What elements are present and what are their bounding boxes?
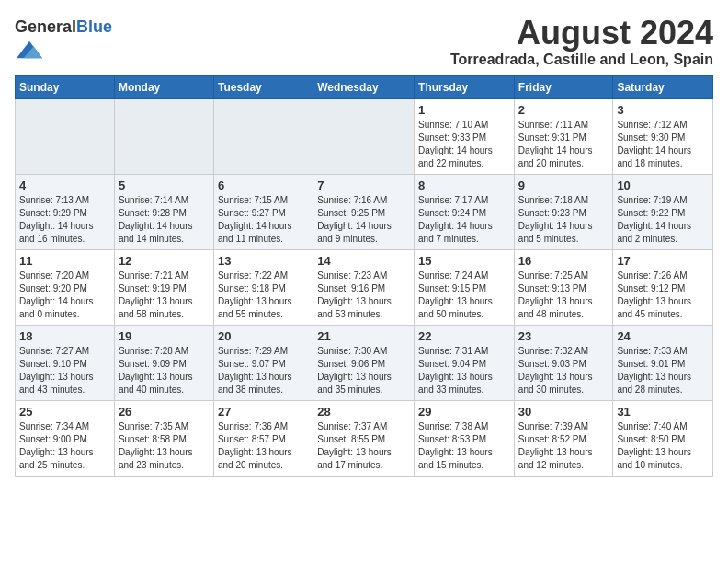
day-number: 16 <box>518 254 609 268</box>
day-of-week-header: Saturday <box>613 75 713 98</box>
day-number: 10 <box>617 178 709 192</box>
calendar-cell: 4Sunrise: 7:13 AMSunset: 9:29 PMDaylight… <box>16 174 115 249</box>
day-number: 6 <box>218 178 309 192</box>
day-info: Sunrise: 7:23 AMSunset: 9:16 PMDaylight:… <box>317 270 410 321</box>
day-info: Sunrise: 7:29 AMSunset: 9:07 PMDaylight:… <box>218 345 309 396</box>
calendar-cell: 16Sunrise: 7:25 AMSunset: 9:13 PMDayligh… <box>514 249 613 325</box>
calendar-cell: 29Sunrise: 7:38 AMSunset: 8:53 PMDayligh… <box>415 400 515 476</box>
day-number: 15 <box>418 254 510 268</box>
calendar-cell: 28Sunrise: 7:37 AMSunset: 8:55 PMDayligh… <box>313 400 415 476</box>
calendar-week-row: 11Sunrise: 7:20 AMSunset: 9:20 PMDayligh… <box>16 249 713 325</box>
day-number: 8 <box>418 178 510 192</box>
calendar-table: SundayMondayTuesdayWednesdayThursdayFrid… <box>15 75 713 477</box>
calendar-cell: 31Sunrise: 7:40 AMSunset: 8:50 PMDayligh… <box>613 400 713 476</box>
days-of-week-row: SundayMondayTuesdayWednesdayThursdayFrid… <box>16 75 713 98</box>
day-info: Sunrise: 7:33 AMSunset: 9:01 PMDaylight:… <box>617 345 709 396</box>
day-info: Sunrise: 7:26 AMSunset: 9:12 PMDaylight:… <box>617 270 709 321</box>
calendar-cell: 23Sunrise: 7:32 AMSunset: 9:03 PMDayligh… <box>514 325 613 400</box>
day-info: Sunrise: 7:31 AMSunset: 9:04 PMDaylight:… <box>418 345 510 396</box>
day-info: Sunrise: 7:10 AMSunset: 9:33 PMDaylight:… <box>418 119 510 170</box>
page-header: GeneralBlue August 2024 Torreadrada, Cas… <box>15 15 713 68</box>
day-info: Sunrise: 7:40 AMSunset: 8:50 PMDaylight:… <box>617 420 709 472</box>
day-number: 13 <box>218 254 309 268</box>
day-of-week-header: Sunday <box>16 75 115 98</box>
calendar-cell <box>313 98 415 174</box>
title-block: August 2024 Torreadrada, Castille and Le… <box>450 15 713 68</box>
day-info: Sunrise: 7:37 AMSunset: 8:55 PMDaylight:… <box>317 420 410 472</box>
day-info: Sunrise: 7:22 AMSunset: 9:18 PMDaylight:… <box>218 270 309 321</box>
day-info: Sunrise: 7:35 AMSunset: 8:58 PMDaylight:… <box>119 420 210 472</box>
calendar-week-row: 18Sunrise: 7:27 AMSunset: 9:10 PMDayligh… <box>16 325 713 400</box>
day-info: Sunrise: 7:34 AMSunset: 9:00 PMDaylight:… <box>19 420 110 472</box>
calendar-cell: 30Sunrise: 7:39 AMSunset: 8:52 PMDayligh… <box>514 400 613 476</box>
day-of-week-header: Thursday <box>415 75 515 98</box>
calendar-week-row: 1Sunrise: 7:10 AMSunset: 9:33 PMDaylight… <box>16 98 713 174</box>
day-number: 12 <box>119 254 210 268</box>
day-number: 23 <box>518 329 609 343</box>
month-year-title: August 2024 <box>450 15 713 52</box>
day-number: 1 <box>418 103 510 117</box>
calendar-cell: 5Sunrise: 7:14 AMSunset: 9:28 PMDaylight… <box>114 174 213 249</box>
calendar-cell: 18Sunrise: 7:27 AMSunset: 9:10 PMDayligh… <box>16 325 115 400</box>
day-number: 22 <box>418 329 510 343</box>
calendar-cell: 6Sunrise: 7:15 AMSunset: 9:27 PMDaylight… <box>213 174 313 249</box>
calendar-cell: 22Sunrise: 7:31 AMSunset: 9:04 PMDayligh… <box>415 325 515 400</box>
day-number: 3 <box>617 103 709 117</box>
day-info: Sunrise: 7:27 AMSunset: 9:10 PMDaylight:… <box>19 345 110 396</box>
day-number: 25 <box>19 405 110 419</box>
day-number: 18 <box>19 329 110 343</box>
day-number: 21 <box>317 329 410 343</box>
day-info: Sunrise: 7:39 AMSunset: 8:52 PMDaylight:… <box>518 420 609 472</box>
day-info: Sunrise: 7:25 AMSunset: 9:13 PMDaylight:… <box>518 270 609 321</box>
day-number: 27 <box>218 405 309 419</box>
calendar-cell: 1Sunrise: 7:10 AMSunset: 9:33 PMDaylight… <box>415 98 515 174</box>
calendar-cell: 9Sunrise: 7:18 AMSunset: 9:23 PMDaylight… <box>514 174 613 249</box>
day-number: 28 <box>317 405 410 419</box>
calendar-cell: 26Sunrise: 7:35 AMSunset: 8:58 PMDayligh… <box>114 400 213 476</box>
day-info: Sunrise: 7:30 AMSunset: 9:06 PMDaylight:… <box>317 345 410 396</box>
calendar-cell: 12Sunrise: 7:21 AMSunset: 9:19 PMDayligh… <box>114 249 213 325</box>
day-info: Sunrise: 7:18 AMSunset: 9:23 PMDaylight:… <box>518 194 609 246</box>
calendar-cell: 24Sunrise: 7:33 AMSunset: 9:01 PMDayligh… <box>613 325 713 400</box>
location-title: Torreadrada, Castille and Leon, Spain <box>450 52 713 68</box>
calendar-cell: 3Sunrise: 7:12 AMSunset: 9:30 PMDaylight… <box>613 98 713 174</box>
calendar-cell: 25Sunrise: 7:34 AMSunset: 9:00 PMDayligh… <box>16 400 115 476</box>
day-of-week-header: Tuesday <box>213 75 313 98</box>
day-number: 24 <box>617 329 709 343</box>
calendar-cell <box>213 98 313 174</box>
day-number: 4 <box>19 178 110 192</box>
calendar-cell: 11Sunrise: 7:20 AMSunset: 9:20 PMDayligh… <box>16 249 115 325</box>
day-of-week-header: Monday <box>114 75 213 98</box>
calendar-cell: 7Sunrise: 7:16 AMSunset: 9:25 PMDaylight… <box>313 174 415 249</box>
day-number: 17 <box>617 254 709 268</box>
calendar-cell: 15Sunrise: 7:24 AMSunset: 9:15 PMDayligh… <box>415 249 515 325</box>
calendar-cell: 21Sunrise: 7:30 AMSunset: 9:06 PMDayligh… <box>313 325 415 400</box>
calendar-cell: 10Sunrise: 7:19 AMSunset: 9:22 PMDayligh… <box>613 174 713 249</box>
calendar-cell: 2Sunrise: 7:11 AMSunset: 9:31 PMDaylight… <box>514 98 613 174</box>
calendar-cell: 19Sunrise: 7:28 AMSunset: 9:09 PMDayligh… <box>114 325 213 400</box>
day-number: 30 <box>518 405 609 419</box>
day-number: 9 <box>518 178 609 192</box>
logo-icon <box>17 37 42 63</box>
day-number: 19 <box>119 329 210 343</box>
calendar-cell <box>114 98 213 174</box>
day-info: Sunrise: 7:13 AMSunset: 9:29 PMDaylight:… <box>19 194 110 246</box>
day-info: Sunrise: 7:32 AMSunset: 9:03 PMDaylight:… <box>518 345 609 396</box>
day-number: 2 <box>518 103 609 117</box>
calendar-cell: 13Sunrise: 7:22 AMSunset: 9:18 PMDayligh… <box>213 249 313 325</box>
day-info: Sunrise: 7:14 AMSunset: 9:28 PMDaylight:… <box>119 194 210 246</box>
day-info: Sunrise: 7:19 AMSunset: 9:22 PMDaylight:… <box>617 194 709 246</box>
day-info: Sunrise: 7:36 AMSunset: 8:57 PMDaylight:… <box>218 420 309 472</box>
calendar-week-row: 25Sunrise: 7:34 AMSunset: 9:00 PMDayligh… <box>16 400 713 476</box>
calendar-cell <box>16 98 115 174</box>
day-info: Sunrise: 7:20 AMSunset: 9:20 PMDaylight:… <box>19 270 110 321</box>
calendar-cell: 8Sunrise: 7:17 AMSunset: 9:24 PMDaylight… <box>415 174 515 249</box>
calendar-week-row: 4Sunrise: 7:13 AMSunset: 9:29 PMDaylight… <box>16 174 713 249</box>
day-number: 31 <box>617 405 709 419</box>
day-info: Sunrise: 7:17 AMSunset: 9:24 PMDaylight:… <box>418 194 510 246</box>
day-number: 7 <box>317 178 410 192</box>
calendar-body: 1Sunrise: 7:10 AMSunset: 9:33 PMDaylight… <box>16 98 713 476</box>
day-info: Sunrise: 7:15 AMSunset: 9:27 PMDaylight:… <box>218 194 309 246</box>
calendar-cell: 14Sunrise: 7:23 AMSunset: 9:16 PMDayligh… <box>313 249 415 325</box>
calendar-cell: 27Sunrise: 7:36 AMSunset: 8:57 PMDayligh… <box>213 400 313 476</box>
